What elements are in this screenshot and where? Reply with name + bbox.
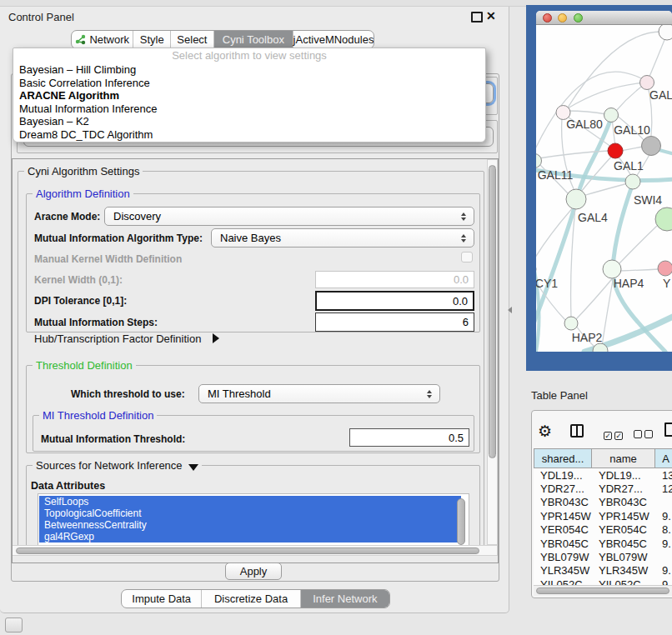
node-gal1[interactable] [608, 143, 623, 158]
node-hap4[interactable] [603, 260, 621, 278]
cell-name: YER054C [592, 523, 655, 536]
tab-jactivemnodules[interactable]: jActiveMNodules [293, 31, 374, 48]
collapsed-panel-button[interactable] [5, 618, 23, 632]
gear-icon[interactable]: ⚙ [538, 422, 552, 441]
which-threshold-combobox[interactable]: MI Threshold [198, 384, 440, 403]
algorithm-option[interactable]: Bayesian – Hill Climbing [13, 63, 485, 77]
table-row[interactable]: YBR045C YBR045C 9. [534, 537, 672, 550]
list-item[interactable]: SelfLoops [39, 496, 461, 508]
data-attributes-label: Data Attributes [31, 480, 105, 492]
cell-shared-name: YDL19... [534, 469, 592, 482]
mi-type-combobox[interactable]: Naive Bayes [211, 228, 474, 248]
tab-style-label: Style [140, 33, 164, 46]
apply-button[interactable]: Apply [225, 562, 282, 580]
table-row[interactable]: YER054C YER054C 8. [534, 523, 672, 537]
deselect-all-icon[interactable] [634, 427, 655, 442]
list-item[interactable]: BetweennessCentrality [39, 519, 461, 531]
table-panel-title: Table Panel [531, 389, 588, 402]
table-row[interactable]: YBL079W YBL079W [534, 550, 672, 563]
tab-cyni-toolbox[interactable]: Cyni Toolbox [214, 31, 293, 48]
algorithm-option[interactable]: Mutual Information Inference [13, 102, 485, 116]
node-unlabeled[interactable] [659, 25, 672, 40]
mi-steps-label: Mutual Information Steps: [34, 317, 158, 328]
kernel-width-label: Kernel Width (0,1): [34, 274, 123, 286]
table-row[interactable]: YLR345W YLR345W 9. [534, 564, 672, 578]
settings-scrollpane: Cyni Algorithm Settings Algorithm Defini… [12, 158, 499, 563]
close-panel-icon[interactable]: ✕ [486, 9, 496, 22]
tab-network[interactable]: Network [72, 31, 133, 48]
label-gal11: GAL11 [538, 168, 574, 182]
algorithm-options: Bayesian – Hill ClimbingBasic Correlatio… [13, 63, 485, 141]
kernel-width-field[interactable]: 0.0 [315, 271, 474, 288]
cell-shared-name: YLR345W [534, 564, 592, 577]
table-body: YDL19... YDL19... 13 YDR27... YDR27... 1… [534, 468, 672, 585]
table-row[interactable]: YDL19... YDL19... 13 [534, 468, 672, 482]
tab-select[interactable]: Select [171, 31, 214, 48]
network-window-titlebar[interactable] [536, 11, 672, 25]
document-icon[interactable] [664, 422, 672, 437]
table-row[interactable]: YIL052C YIL052C 9 [534, 578, 672, 585]
algorithm-option[interactable]: Dream8 DC_TDC Algorithm [13, 128, 485, 142]
node-gal10[interactable] [604, 108, 619, 122]
tab-discretize-data[interactable]: Discretize Data [202, 590, 300, 608]
table-hscrollbar[interactable] [534, 585, 672, 596]
float-panel-icon[interactable] [471, 12, 483, 22]
table-row[interactable]: YBR043C YBR043C [534, 496, 672, 509]
app-screen: Control Panel ✕ Network Style Select Cyn… [0, 0, 672, 635]
list-item[interactable]: TopologicalCoefficient [39, 508, 461, 519]
mi-steps-field[interactable]: 6 [315, 312, 474, 332]
aracne-mode-combobox[interactable]: Discovery [104, 207, 474, 226]
cell-shared-name: YDR27... [534, 482, 592, 495]
dpi-tolerance-field[interactable]: 0.0 [315, 291, 474, 311]
settings-vscrollbar[interactable] [487, 159, 498, 545]
which-threshold-label: Which threshold to use: [71, 388, 185, 400]
cyni-algorithm-settings-title: Cyni Algorithm Settings [24, 165, 143, 178]
cell-value: 8. [655, 523, 672, 536]
hub-definition-toggle[interactable]: Hub/Transcription Factor Definition [34, 332, 219, 345]
algorithm-option[interactable]: ARACNE Algorithm [13, 89, 485, 102]
node-gal4[interactable] [566, 189, 586, 209]
node-salmon[interactable] [658, 261, 672, 276]
algorithm-option[interactable]: Bayesian – K2 [13, 115, 485, 128]
combo-arrows-icon [461, 234, 466, 242]
manual-kernel-checkbox[interactable] [461, 252, 473, 262]
zoom-window-icon[interactable] [574, 13, 583, 22]
show-columns-icon[interactable] [570, 424, 584, 438]
settings-hscrollbar[interactable] [13, 545, 498, 556]
column-header-name[interactable]: name [592, 448, 655, 468]
column-header-partial[interactable]: A [655, 448, 672, 468]
sources-title[interactable]: Sources for Network Inference [33, 459, 202, 472]
mi-type-label: Mutual Information Algorithm Type: [34, 232, 203, 244]
minimize-window-icon[interactable] [558, 13, 567, 22]
algorithm-option[interactable]: Basic Correlation Inference [13, 77, 485, 90]
cell-shared-name: YPR145W [534, 510, 592, 522]
select-all-icon[interactable]: ✓✓ [604, 427, 625, 442]
tab-style[interactable]: Style [133, 31, 171, 48]
cell-value: 9. [655, 510, 672, 522]
close-window-icon[interactable] [543, 13, 552, 22]
list-item[interactable]: gal4RGexp [39, 531, 461, 542]
combo-arrows-icon [461, 212, 466, 221]
cell-shared-name: YBL079W [534, 551, 592, 563]
table-hscrollbar-thumb[interactable] [536, 588, 669, 594]
column-header-shared-name[interactable]: shared... [534, 448, 592, 468]
cell-shared-name: YER054C [534, 523, 592, 536]
node-gal-partial[interactable] [640, 76, 654, 90]
attr-items: SelfLoopsTopologicalCoefficientBetweenne… [38, 494, 469, 542]
node-gray[interactable] [642, 137, 661, 156]
table-row[interactable]: YPR145W YPR145W 9. [534, 509, 672, 522]
tab-impute-data[interactable]: Impute Data [122, 590, 202, 608]
list-scrollbar-thumb[interactable] [457, 498, 465, 545]
chevron-right-icon [213, 333, 219, 343]
node-small-green[interactable] [625, 174, 640, 189]
network-canvas[interactable]: GAL GAL80 GAL10 GAL1 GAL11 GAL4 SWI4 GCY… [536, 25, 672, 352]
settings-hscrollbar-thumb[interactable] [16, 548, 479, 554]
node-hap2[interactable] [564, 317, 578, 330]
settings-vscrollbar-thumb[interactable] [489, 165, 496, 458]
splitter-arrow-icon[interactable] [508, 307, 512, 313]
node-swi4[interactable] [655, 208, 672, 231]
mi-threshold-field[interactable]: 0.5 [349, 428, 469, 447]
tab-infer-network[interactable]: Infer Network [301, 590, 389, 608]
combo-arrows-icon [427, 390, 432, 398]
table-row[interactable]: YDR27... YDR27... 12 [534, 482, 672, 495]
